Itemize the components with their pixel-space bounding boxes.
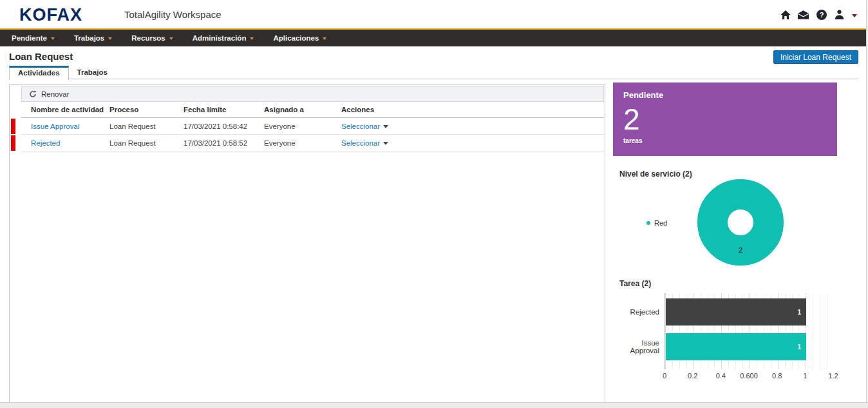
- seleccionar-dropdown[interactable]: Seleccionar: [341, 122, 380, 130]
- help-icon[interactable]: ?: [815, 8, 827, 21]
- x-tick-label: 0.2: [688, 372, 697, 380]
- refresh-label: Renovar: [41, 90, 69, 98]
- nav-label: Administración: [193, 34, 247, 42]
- x-tick-label: 0.600: [740, 372, 758, 380]
- col-header-acciones: Acciones: [341, 106, 604, 113]
- x-tick-label: 0.4: [716, 372, 726, 380]
- page-bottom-strip: [0, 402, 868, 408]
- tab-actividades[interactable]: Actividades: [9, 66, 69, 80]
- chevron-down-icon: [108, 37, 112, 40]
- pendiente-summary-card[interactable]: Pendiente 2 tareas: [613, 83, 837, 156]
- header-actions: ?: [779, 8, 857, 21]
- donut-data-label: 2: [739, 246, 742, 254]
- nav-item-aplicaciones[interactable]: Aplicaciones: [265, 30, 337, 46]
- home-icon[interactable]: [779, 8, 791, 21]
- legend-label: Red: [654, 219, 667, 227]
- chevron-down-icon[interactable]: [383, 142, 388, 145]
- nav-label: Pendiente: [12, 34, 47, 42]
- main-nav: Pendiente Trabajos Recursos Administraci…: [0, 28, 868, 46]
- process-cell: Loan Request: [109, 122, 184, 130]
- activity-link[interactable]: Issue Approval: [31, 122, 79, 130]
- table-row: Rejected Loan Request 17/03/2021 0:58:52…: [21, 135, 604, 151]
- priority-flag: [11, 119, 15, 134]
- chevron-down-icon: [169, 37, 173, 40]
- bar-category-label: Rejected: [613, 298, 659, 325]
- donut-slice[interactable]: [713, 195, 769, 251]
- table-row: Issue Approval Loan Request 17/03/2021 0…: [21, 118, 604, 135]
- bar-issue-approval[interactable]: 1: [666, 333, 806, 360]
- tab-trabajos[interactable]: Trabajos: [69, 66, 116, 80]
- user-icon[interactable]: [833, 8, 845, 21]
- card-title: Pendiente: [623, 90, 827, 100]
- card-count: 2: [623, 104, 827, 135]
- seleccionar-dropdown[interactable]: Seleccionar: [341, 139, 380, 147]
- page-title: Loan Request: [9, 51, 73, 62]
- col-header-proceso: Proceso: [109, 106, 184, 113]
- assigned-cell: Everyone: [264, 139, 341, 147]
- user-menu-caret-icon[interactable]: [852, 14, 857, 17]
- tarea-chart: Tarea (2) Rejected Issue Approval 1 1 0 …: [613, 276, 837, 381]
- bar-rejected[interactable]: 1: [666, 298, 806, 325]
- nav-item-trabajos[interactable]: Trabajos: [66, 30, 123, 46]
- app-title: TotalAgility Workspace: [124, 9, 222, 20]
- service-level-chart: Nivel de servicio (2) Red 2: [613, 166, 837, 273]
- mail-icon[interactable]: [797, 8, 809, 21]
- seleccionar-label: Seleccionar: [341, 122, 380, 130]
- bar-plot-area: 1 1: [665, 293, 834, 369]
- chevron-down-icon[interactable]: [383, 125, 388, 128]
- kofax-logo: KOFAX: [19, 5, 82, 25]
- nav-label: Recursos: [131, 34, 165, 42]
- donut-chart: 2: [697, 179, 784, 266]
- table-header: Nombre de actividad Proceso Fecha límite…: [21, 102, 604, 118]
- priority-flag: [11, 135, 15, 151]
- refresh-button[interactable]: Renovar: [21, 86, 604, 102]
- nav-label: Trabajos: [74, 34, 104, 42]
- svg-text:?: ?: [819, 11, 824, 19]
- col-header-asignado: Asignado a: [264, 106, 341, 113]
- bar-value-label: 1: [797, 344, 801, 351]
- chart-legend: Red: [646, 219, 667, 227]
- chart-title: Tarea (2): [619, 279, 651, 288]
- chevron-down-icon: [323, 37, 326, 40]
- chart-title: Nivel de servicio (2): [619, 170, 692, 179]
- chevron-down-icon: [51, 37, 55, 40]
- activities-panel: Renovar Nombre de actividad Proceso Fech…: [9, 84, 605, 404]
- col-header-nombre: Nombre de actividad: [31, 106, 109, 113]
- bar-category-label: Issue Approval: [613, 333, 659, 360]
- chevron-down-icon: [250, 37, 254, 40]
- legend-marker-icon: [646, 221, 650, 225]
- nav-label: Aplicaciones: [273, 34, 319, 42]
- nav-item-administracion[interactable]: Administración: [184, 30, 265, 46]
- nav-item-recursos[interactable]: Recursos: [123, 30, 184, 46]
- seleccionar-label: Seleccionar: [341, 139, 380, 147]
- due-date-cell: 17/03/2021 0:58:42: [184, 122, 264, 130]
- tab-bar: Actividades Trabajos: [9, 66, 859, 79]
- bar-value-label: 1: [797, 309, 801, 316]
- nav-item-pendiente[interactable]: Pendiente: [3, 30, 66, 46]
- due-date-cell: 17/03/2021 0:58:52: [184, 139, 264, 147]
- x-tick-label: 0: [663, 372, 666, 380]
- refresh-icon: [29, 90, 37, 98]
- card-unit: tareas: [623, 137, 827, 144]
- x-tick-label: 0.8: [772, 372, 782, 380]
- col-header-fecha: Fecha límite: [184, 106, 264, 113]
- assigned-cell: Everyone: [264, 122, 341, 130]
- process-cell: Loan Request: [109, 139, 184, 147]
- activity-link[interactable]: Rejected: [31, 139, 60, 147]
- x-tick-label: 1: [803, 372, 807, 380]
- iniciar-loan-request-button[interactable]: Iniciar Loan Request: [773, 50, 858, 64]
- header-bar: KOFAX TotalAgility Workspace ?: [0, 0, 866, 28]
- x-tick-label: 1.2: [828, 372, 838, 380]
